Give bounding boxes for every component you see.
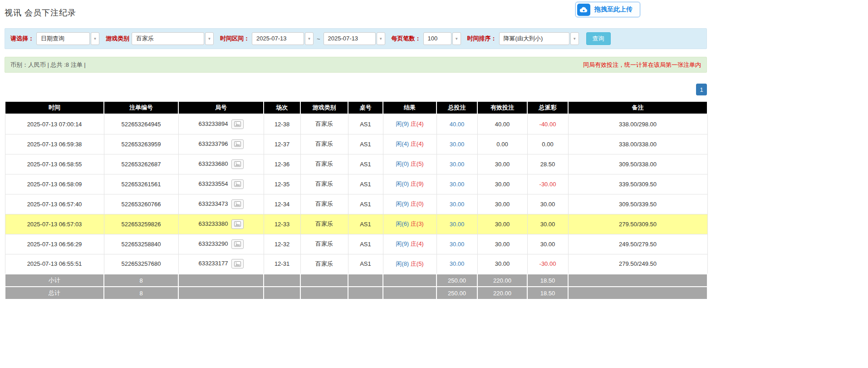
total-bet-cell[interactable]: 30.00 (436, 234, 477, 254)
payout-cell: 30.00 (527, 234, 568, 254)
page-button-1[interactable]: 1 (696, 84, 707, 95)
search-button[interactable]: 查询 (586, 32, 611, 45)
round-number: 633233380 (198, 220, 228, 227)
total-payout: 18.50 (527, 287, 568, 299)
valid-bet-cell: 30.00 (477, 214, 527, 234)
round-number: 633233177 (198, 260, 228, 267)
table-number-cell: AS1 (348, 194, 383, 214)
replay-image-icon[interactable] (231, 219, 244, 229)
replay-image-icon[interactable] (231, 119, 244, 129)
date-from-input[interactable]: 2025-07-13 ▼ (252, 32, 314, 45)
query-type-select[interactable]: 日期查询 ▼ (36, 32, 99, 45)
empty-cell (264, 274, 300, 287)
query-type-value: 日期查询 (36, 32, 90, 45)
round-cell: 633233554 (178, 174, 264, 194)
empty-cell (264, 287, 300, 299)
sort-select[interactable]: 降冪(由大到小) ▼ (499, 32, 579, 45)
table-number-cell: AS1 (348, 174, 383, 194)
cloud-upload-icon (577, 4, 590, 16)
empty-cell (178, 274, 264, 287)
remark-cell: 279.50/249.50 (568, 254, 707, 274)
result-banker: 庄(4) (411, 240, 424, 247)
page-size-select[interactable]: 100 ▼ (423, 32, 461, 45)
replay-image-icon[interactable] (231, 259, 244, 269)
game-type-cell: 百家乐 (300, 254, 348, 274)
replay-image-icon[interactable] (231, 159, 244, 169)
result-banker: 庄(3) (411, 220, 424, 227)
round-number: 633233290 (198, 240, 228, 247)
replay-image-icon[interactable] (231, 199, 244, 209)
game-type-value: 百家乐 (132, 32, 204, 45)
table-header-row: 时间 注单编号 局号 场次 游戏类别 桌号 结果 总投注 有效投注 总派彩 备注 (5, 101, 707, 114)
empty-cell (383, 274, 436, 287)
date-to-value: 2025-07-13 (324, 32, 376, 45)
caret-down-icon[interactable]: ▼ (570, 32, 579, 45)
total-total-bet: 250.00 (436, 287, 477, 299)
table-number-cell: AS1 (348, 234, 383, 254)
upload-label: 拖拽至此上传 (594, 5, 633, 14)
result-cell: 闲(8) 庄(5) (383, 254, 436, 274)
session-cell: 12-32 (264, 234, 300, 254)
round-number: 633233680 (198, 160, 228, 167)
replay-image-icon[interactable] (231, 179, 244, 189)
payout-cell: -30.00 (527, 174, 568, 194)
payout-cell: 0.00 (527, 134, 568, 154)
bet-id-cell: 522653258840 (104, 234, 178, 254)
empty-cell (383, 287, 436, 299)
date-range-label: 时间区间： (220, 35, 250, 43)
valid-bet-cell: 30.00 (477, 174, 527, 194)
upload-dropzone[interactable]: 拖拽至此上传 (575, 2, 640, 17)
table-row: 2025-07-13 06:57:40522653260766633233473… (5, 194, 707, 214)
payout-cell: 30.00 (527, 214, 568, 234)
caret-down-icon[interactable]: ▼ (91, 32, 99, 45)
total-valid-bet: 220.00 (477, 287, 527, 299)
game-type-select[interactable]: 百家乐 ▼ (132, 32, 214, 45)
round-cell: 633233796 (178, 134, 264, 154)
date-to-input[interactable]: 2025-07-13 ▼ (324, 32, 385, 45)
col-header-valid-bet: 有效投注 (477, 101, 527, 114)
remark-cell: 279.50/309.50 (568, 214, 707, 234)
empty-cell (300, 274, 348, 287)
empty-cell (568, 287, 707, 299)
payout-cell: 28.50 (527, 154, 568, 174)
total-bet-cell[interactable]: 30.00 (436, 214, 477, 234)
remark-cell: 339.50/309.50 (568, 174, 707, 194)
caret-down-icon[interactable]: ▼ (305, 32, 314, 45)
total-bet-cell[interactable]: 40.00 (436, 114, 477, 134)
table-row: 2025-07-13 06:58:55522653262687633233680… (5, 154, 707, 174)
empty-cell (568, 274, 707, 287)
round-cell: 633233680 (178, 154, 264, 174)
game-type-cell: 百家乐 (300, 134, 348, 154)
total-bet-cell[interactable]: 30.00 (436, 174, 477, 194)
result-player: 闲(0) (396, 160, 409, 167)
total-bet-cell[interactable]: 30.00 (436, 154, 477, 174)
empty-cell (178, 287, 264, 299)
replay-image-icon[interactable] (231, 139, 244, 149)
result-banker: 庄(4) (411, 120, 424, 127)
round-number: 633233473 (198, 200, 228, 207)
total-bet-cell[interactable]: 30.00 (436, 194, 477, 214)
caret-down-icon[interactable]: ▼ (205, 32, 214, 45)
caret-down-icon[interactable]: ▼ (452, 32, 461, 45)
total-bet-cell[interactable]: 30.00 (436, 254, 477, 274)
valid-bet-cell: 30.00 (477, 254, 527, 274)
result-cell: 闲(0) 庄(9) (383, 174, 436, 194)
replay-image-icon[interactable] (231, 239, 244, 249)
valid-bet-cell: 30.00 (477, 234, 527, 254)
time-cell: 2025-07-13 07:00:14 (5, 114, 104, 134)
sort-value: 降冪(由大到小) (499, 32, 569, 45)
result-player: 闲(9) (396, 120, 409, 127)
total-label: 总计 (5, 287, 104, 299)
pagination: 1 (5, 84, 707, 95)
result-cell: 闲(9) 庄(4) (383, 234, 436, 254)
total-bet-cell[interactable]: 30.00 (436, 134, 477, 154)
col-header-game-type: 游戏类别 (300, 101, 348, 114)
payout-cell: 30.00 (527, 194, 568, 214)
session-cell: 12-34 (264, 194, 300, 214)
game-type-cell: 百家乐 (300, 194, 348, 214)
time-cell: 2025-07-13 06:57:03 (5, 214, 104, 234)
caret-down-icon[interactable]: ▼ (377, 32, 385, 45)
bet-id-cell: 522653260766 (104, 194, 178, 214)
game-type-cell: 百家乐 (300, 114, 348, 134)
round-number: 633233796 (198, 140, 228, 147)
